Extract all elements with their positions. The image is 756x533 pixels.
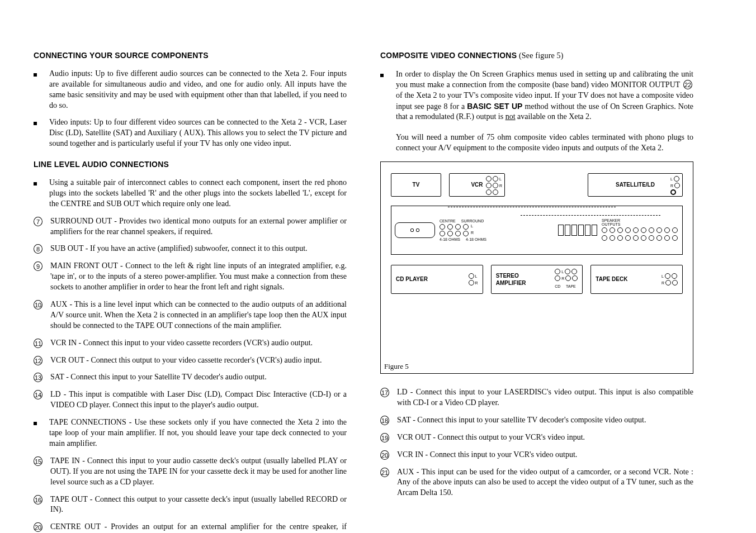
list-item: 7 SURROUND OUT - Provides two identical … [34, 216, 347, 237]
device-stereo-amplifier: STEREO AMPLIFIER L R CD TAPE [491, 265, 583, 294]
list-composite-refs: 17 LD - Connect this input to your LASER… [380, 387, 693, 498]
power-inlet [395, 222, 435, 238]
bullet-icon [34, 69, 49, 79]
device-cd-player: CD PLAYER LR [391, 265, 483, 294]
ref-17-icon: 17 [380, 388, 389, 397]
list-item: 21 AUX - This input can be used for the … [380, 467, 693, 499]
ref-10-icon: 10 [34, 300, 42, 310]
ref-18-icon: 18 [380, 416, 389, 425]
heading-composite: COMPOSITE VIDEO CONNECTIONS (See figure … [380, 50, 693, 61]
device-satellite-ld: SATELLITE/LD L R [588, 173, 683, 197]
list-item: 20 VCR IN - Connect this input to your V… [380, 450, 693, 460]
list-item: 17 LD - Connect this input to your LASER… [380, 387, 693, 408]
list-item: 20 CENTRE OUT - Provides an output for a… [34, 522, 347, 533]
list-item: 15 TAPE IN - Connect this input to your … [34, 456, 347, 488]
amp-io-jacks: SPEAKER OUTPUTS [602, 218, 679, 242]
ref-20b-icon: 20 [380, 450, 389, 460]
list-item: 12 VCR OUT - Connect this output to your… [34, 355, 347, 366]
list-item: Using a suitable pair of interconnect ca… [34, 178, 347, 210]
right-column: COMPOSITE VIDEO CONNECTIONS (See figure … [380, 50, 693, 533]
list-composite-intro: In order to display the On Screen Graphi… [380, 69, 693, 122]
manual-page: CONNECTING YOUR SOURCE COMPONENTS Audio … [0, 0, 756, 533]
sat-jacks: L R [670, 176, 680, 195]
ref-19-icon: 19 [380, 433, 389, 442]
ref-11-icon: 11 [34, 339, 42, 348]
heading-connecting: CONNECTING YOUR SOURCE COMPONENTS [34, 50, 347, 61]
composite-intro-text: In order to display the On Screen Graphi… [396, 69, 693, 122]
bullet-icon [34, 178, 49, 188]
device-tv: TV [391, 173, 441, 197]
list-item: 19 VCR OUT - Connect this output to your… [380, 432, 693, 443]
device-vcr: VCR L R [449, 173, 505, 197]
figure-caption: Figure 5 [384, 361, 409, 372]
ref-15-icon: 15 [34, 456, 42, 466]
bullet-icon [380, 69, 396, 80]
list-item: 13 SAT - Connect this input to your Sate… [34, 372, 347, 383]
list-item: 10 AUX - This is a line level input whic… [34, 299, 347, 331]
list-line-level: Using a suitable pair of interconnect ca… [34, 178, 347, 533]
ref-20-icon: 20 [34, 522, 42, 532]
ref-21-icon: 21 [380, 468, 389, 477]
device-xeta2-rear: CENTRE SURROUND L R 4-18 OHMS4-18 OHMS S… [391, 206, 683, 255]
heading-line-level: LINE LEVEL AUDIO CONNECTIONS [34, 159, 347, 170]
ref-13-icon: 13 [34, 373, 42, 382]
figure-row-top: TV VCR L R SATELLITE/LD L R [391, 173, 683, 197]
ref-16-icon: 16 [34, 495, 42, 505]
ref-7-icon: 7 [34, 217, 42, 226]
list-item: 16 TAPE OUT - Connect this output to you… [34, 494, 347, 516]
ref-14-icon: 14 [34, 390, 42, 399]
list-item: 8 SUB OUT - If you have an active (ampli… [34, 244, 347, 254]
list-item: TAPE CONNECTIONS - Use these sockets onl… [34, 417, 347, 449]
vcr-jacks: L R [486, 176, 502, 195]
bullet-icon [34, 417, 49, 428]
list-item: 14 LD - This input is compatible with La… [34, 389, 347, 411]
list-item: Video inputs: Up to four different video… [34, 117, 347, 149]
list-item: 11 VCR IN - Connect this input to your v… [34, 338, 347, 349]
figure-5-diagram: TV VCR L R SATELLITE/LD L R [380, 161, 693, 374]
list-item: 9 MAIN FRONT OUT - Connect to the left &… [34, 261, 347, 293]
ref-8-icon: 8 [34, 244, 42, 254]
figure-row-bottom: CD PLAYER LR STEREO AMPLIFIER L R CD TAP… [391, 265, 683, 294]
amp-vent-slots [558, 225, 597, 236]
bullet-icon [34, 117, 49, 128]
list-item: In order to display the On Screen Graphi… [380, 69, 693, 122]
list-audio-video-inputs: Audio inputs: Up to five different audio… [34, 69, 347, 149]
composite-cable-note: You will need a number of 75 ohm composi… [396, 132, 693, 154]
left-column: CONNECTING YOUR SOURCE COMPONENTS Audio … [34, 50, 347, 533]
ref-22-icon: 22 [683, 80, 692, 89]
ref-9-icon: 9 [34, 261, 42, 271]
amp-centre-surround: CENTRE SURROUND L R 4-18 OHMS4-18 OHMS [440, 219, 554, 241]
ref-12-icon: 12 [34, 356, 42, 365]
list-item: 18 SAT - Connect this input to your sate… [380, 415, 693, 426]
device-tape-deck: TAPE DECK L R [590, 265, 683, 294]
list-item: Audio inputs: Up to five different audio… [34, 69, 347, 111]
